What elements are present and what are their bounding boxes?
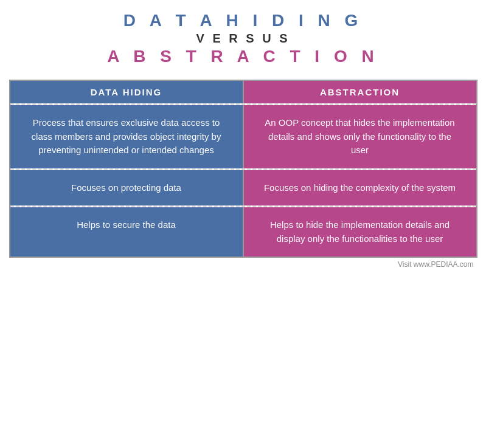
comparison-table: DATA HIDING ABSTRACTION Process that ens…: [9, 80, 477, 258]
table-row-2: Focuses on protecting data Focuses on hi…: [10, 168, 476, 206]
col1-header: DATA HIDING: [10, 81, 244, 103]
row1-col1: Process that ensures exclusive data acce…: [10, 105, 244, 168]
row1-col2: An OOP concept that hides the implementa…: [244, 105, 476, 168]
row3-col1: Helps to secure the data: [10, 207, 244, 257]
footer-note: Visit www.PEDIAA.com: [9, 258, 477, 270]
table-row-1: Process that ensures exclusive data acce…: [10, 103, 476, 168]
row2-col1: Focuses on protecting data: [10, 170, 244, 206]
row3-col2: Helps to hide the implementation details…: [244, 207, 476, 257]
table-row-3: Helps to secure the data Helps to hide t…: [10, 205, 476, 257]
header-section: D A T A H I D I N G V E R S U S A B S T …: [0, 0, 486, 72]
table-header-row: DATA HIDING ABSTRACTION: [10, 81, 476, 103]
title-data-hiding: D A T A H I D I N G: [0, 11, 486, 30]
row2-col2: Focuses on hiding the complexity of the …: [244, 170, 476, 206]
title-versus: V E R S U S: [0, 32, 486, 46]
title-abstraction: A B S T R A C T I O N: [0, 47, 486, 66]
col2-header: ABSTRACTION: [244, 81, 476, 103]
